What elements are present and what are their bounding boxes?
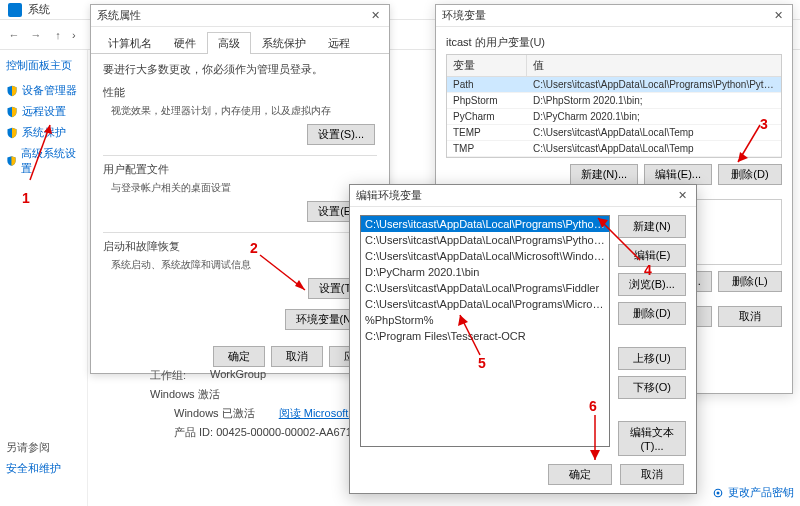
tab-0[interactable]: 计算机名 — [97, 32, 163, 54]
edit-cancel-button[interactable]: 取消 — [620, 464, 684, 485]
col-variable[interactable]: 变量 — [447, 55, 527, 76]
edit-edit-button[interactable]: 编辑(E) — [618, 244, 686, 267]
table-row[interactable]: PhpStormD:\PhpStorm 2020.1\bin; — [447, 93, 781, 109]
tab-1[interactable]: 硬件 — [163, 32, 207, 54]
cell-var: Path — [447, 77, 527, 92]
annotation-5: 5 — [478, 355, 486, 371]
env-cancel-button[interactable]: 取消 — [718, 306, 782, 327]
activation-status: Windows 已激活 — [174, 406, 255, 421]
edit-down-button[interactable]: 下移(O) — [618, 376, 686, 399]
cell-var: PyCharm — [447, 109, 527, 124]
breadcrumb[interactable]: › — [72, 29, 76, 41]
cell-val: C:\Users\itcast\AppData\Local\Temp — [527, 141, 781, 156]
ok-button[interactable]: 确定 — [213, 346, 265, 367]
workgroup-value: WorkGroup — [210, 368, 266, 383]
sysprop-note: 要进行大多数更改，你必须作为管理员登录。 — [103, 62, 377, 77]
workgroup-label: 工作组: — [150, 368, 186, 383]
list-item[interactable]: %PhpStorm% — [361, 312, 609, 328]
edit-side-buttons: 新建(N) 编辑(E) 浏览(B)... 删除(D) 上移(U) 下移(O) 编… — [618, 215, 686, 456]
edit-browse-button[interactable]: 浏览(B)... — [618, 273, 686, 296]
env-title: 环境变量 — [442, 8, 486, 23]
edit-delete-button[interactable]: 删除(D) — [618, 302, 686, 325]
list-item[interactable]: C:\Users\itcast\AppData\Local\Programs\M… — [361, 296, 609, 312]
cell-val: C:\Users\itcast\AppData\Local\Temp — [527, 125, 781, 140]
edit-new-button[interactable]: 新建(N) — [618, 215, 686, 238]
sidebar-link-device-manager[interactable]: 设备管理器 — [6, 83, 81, 98]
sidebar-item-label: 远程设置 — [22, 104, 66, 119]
sidebar-item-label: 高级系统设置 — [21, 146, 81, 176]
forward-icon[interactable]: → — [28, 27, 44, 43]
tab-2[interactable]: 高级 — [207, 32, 251, 54]
cancel-button[interactable]: 取消 — [271, 346, 323, 367]
close-icon[interactable]: ✕ — [674, 189, 690, 202]
path-list[interactable]: C:\Users\itcast\AppData\Local\Programs\P… — [360, 215, 610, 447]
svg-point-1 — [717, 491, 720, 494]
change-key-label: 更改产品密钥 — [728, 485, 794, 500]
up-icon[interactable]: ↑ — [50, 27, 66, 43]
env-new-button[interactable]: 新建(N)... — [570, 164, 638, 185]
sysprop-body: 要进行大多数更改，你必须作为管理员登录。 性能 视觉效果，处理器计划，内存使用，… — [91, 54, 389, 338]
sysprop-title: 系统属性 — [97, 8, 141, 23]
perf-title: 性能 — [103, 85, 377, 100]
edit-ok-button[interactable]: 确定 — [548, 464, 612, 485]
env-delete-button[interactable]: 删除(D) — [718, 164, 782, 185]
list-item[interactable]: C:\Program Files\Tesseract-OCR — [361, 328, 609, 344]
product-id: 产品 ID: 00425-00000-00002-AA671 — [174, 425, 352, 440]
col-value[interactable]: 值 — [527, 55, 781, 76]
list-item[interactable]: C:\Users\itcast\AppData\Local\Programs\P… — [361, 216, 609, 232]
table-row[interactable]: PyCharmD:\PyCharm 2020.1\bin; — [447, 109, 781, 125]
profile-desc: 与登录帐户相关的桌面设置 — [111, 181, 377, 195]
edit-titlebar: 编辑环境变量 ✕ — [350, 185, 696, 207]
see-also-header: 另请参阅 — [6, 440, 61, 455]
sysprop-tabs: 计算机名硬件高级系统保护远程 — [91, 27, 389, 54]
annotation-4: 4 — [644, 262, 652, 278]
list-item[interactable]: D:\PyCharm 2020.1\bin — [361, 264, 609, 280]
activation-header: Windows 激活 — [150, 387, 220, 402]
tab-3[interactable]: 系统保护 — [251, 32, 317, 54]
gear-icon — [712, 487, 724, 499]
change-product-key-link[interactable]: 更改产品密钥 — [712, 485, 794, 500]
list-item[interactable]: C:\Users\itcast\AppData\Local\Microsoft\… — [361, 248, 609, 264]
perf-settings-button[interactable]: 设置(S)... — [307, 124, 375, 145]
env-sys-delete-button[interactable]: 删除(L) — [718, 271, 782, 292]
close-icon[interactable]: ✕ — [770, 9, 786, 22]
shield-icon — [6, 106, 18, 118]
sidebar-link-protection[interactable]: 系统保护 — [6, 125, 81, 140]
sidebar-link-remote[interactable]: 远程设置 — [6, 104, 81, 119]
cell-var: TEMP — [447, 125, 527, 140]
close-icon[interactable]: ✕ — [367, 9, 383, 22]
sidebar-link-advanced[interactable]: 高级系统设置 — [6, 146, 81, 176]
profile-title: 用户配置文件 — [103, 162, 377, 177]
cp-home-link[interactable]: 控制面板主页 — [6, 58, 81, 73]
back-icon[interactable]: ← — [6, 27, 22, 43]
user-vars-table[interactable]: 变量 值 PathC:\Users\itcast\AppData\Local\P… — [446, 54, 782, 158]
annotation-1: 1 — [22, 190, 30, 206]
cp-sidebar: 控制面板主页 设备管理器 远程设置 系统保护 高级系统设置 — [0, 50, 88, 506]
edit-text-button[interactable]: 编辑文本(T)... — [618, 421, 686, 456]
env-edit-button[interactable]: 编辑(E)... — [644, 164, 712, 185]
edit-title: 编辑环境变量 — [356, 188, 422, 203]
table-row[interactable]: TEMPC:\Users\itcast\AppData\Local\Temp — [447, 125, 781, 141]
system-properties-dialog: 系统属性 ✕ 计算机名硬件高级系统保护远程 要进行大多数更改，你必须作为管理员登… — [90, 4, 390, 374]
table-row[interactable]: PathC:\Users\itcast\AppData\Local\Progra… — [447, 77, 781, 93]
see-also: 另请参阅 安全和维护 — [6, 440, 61, 476]
shield-icon — [6, 85, 18, 97]
env-titlebar: 环境变量 ✕ — [436, 5, 792, 27]
startup-desc: 系统启动、系统故障和调试信息 — [111, 258, 377, 272]
tab-4[interactable]: 远程 — [317, 32, 361, 54]
sysprop-titlebar: 系统属性 ✕ — [91, 5, 389, 27]
system-icon — [8, 3, 22, 17]
cell-var: PhpStorm — [447, 93, 527, 108]
cp-title: 系统 — [28, 2, 50, 17]
annotation-3: 3 — [760, 116, 768, 132]
cell-val: C:\Users\itcast\AppData\Local\Programs\P… — [527, 77, 781, 92]
perf-desc: 视觉效果，处理器计划，内存使用，以及虚拟内存 — [111, 104, 377, 118]
annotation-6: 6 — [589, 398, 597, 414]
see-also-link[interactable]: 安全和维护 — [6, 461, 61, 476]
annotation-2: 2 — [250, 240, 258, 256]
edit-up-button[interactable]: 上移(U) — [618, 347, 686, 370]
list-item[interactable]: C:\Users\itcast\AppData\Local\Programs\P… — [361, 232, 609, 248]
divider — [103, 155, 377, 156]
table-row[interactable]: TMPC:\Users\itcast\AppData\Local\Temp — [447, 141, 781, 157]
list-item[interactable]: C:\Users\itcast\AppData\Local\Programs\F… — [361, 280, 609, 296]
